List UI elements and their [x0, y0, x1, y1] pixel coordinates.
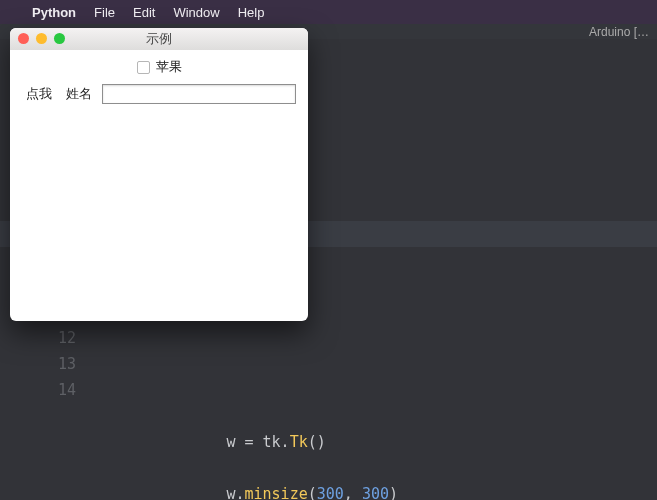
menu-file[interactable]: File: [94, 5, 115, 20]
checkbox-row: 苹果: [22, 58, 296, 76]
traffic-lights: [18, 33, 65, 44]
form-row: 点我 姓名: [22, 84, 296, 104]
window-title: 示例: [146, 30, 172, 48]
line-number: 14: [0, 377, 76, 403]
menu-window[interactable]: Window: [173, 5, 219, 20]
minimize-window-button[interactable]: [36, 33, 47, 44]
macos-menubar: Python File Edit Window Help: [0, 0, 657, 24]
line-number: 13: [0, 351, 76, 377]
tk-window: 示例 苹果 点我 姓名: [10, 28, 308, 321]
click-me-button[interactable]: 点我: [22, 84, 56, 104]
menu-help[interactable]: Help: [238, 5, 265, 20]
menu-app[interactable]: Python: [32, 5, 76, 20]
name-label: 姓名: [66, 85, 92, 103]
menu-edit[interactable]: Edit: [133, 5, 155, 20]
checkbox-label: 苹果: [156, 58, 182, 76]
name-input[interactable]: [102, 84, 296, 104]
apple-checkbox[interactable]: [137, 61, 150, 74]
close-window-button[interactable]: [18, 33, 29, 44]
line-number: 12: [0, 325, 76, 351]
window-titlebar[interactable]: 示例: [10, 28, 308, 50]
window-body: 苹果 点我 姓名: [10, 50, 308, 112]
ide-top-right-text: Arduino […: [589, 25, 649, 39]
zoom-window-button[interactable]: [54, 33, 65, 44]
